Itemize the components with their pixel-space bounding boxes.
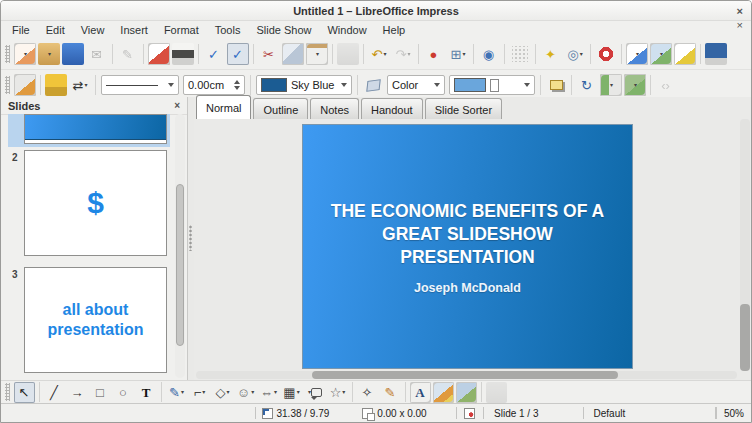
panel-close-icon[interactable]: × — [174, 100, 180, 111]
menu-item[interactable]: Slide Show — [248, 22, 319, 38]
fill-color-select[interactable] — [449, 75, 535, 95]
tab-outline[interactable]: Outline — [253, 98, 308, 119]
line-style-select[interactable] — [101, 75, 179, 95]
fontwork-icon[interactable]: A — [410, 382, 431, 403]
auto-spellcheck-icon[interactable]: ✓ — [227, 43, 249, 65]
toggle-3d-icon[interactable] — [486, 382, 507, 403]
scrollbar-thumb[interactable] — [740, 304, 750, 371]
points-icon[interactable]: ‹› — [655, 74, 677, 96]
shadow-icon[interactable] — [545, 74, 567, 96]
horizontal-scrollbar[interactable] — [196, 371, 737, 379]
menu-item[interactable]: Help — [375, 22, 414, 38]
slide-design-icon[interactable] — [674, 43, 696, 65]
start-presentation-icon[interactable] — [705, 43, 727, 65]
document-close-icon[interactable]: × — [737, 20, 743, 31]
stars-icon[interactable]: ☆ ▾ — [327, 382, 348, 403]
line-width-value[interactable]: 0.00cm — [188, 79, 231, 91]
undo-icon[interactable]: ↶ ▾ — [368, 43, 390, 65]
help-icon[interactable] — [595, 43, 617, 65]
menu-item[interactable]: Window — [319, 22, 374, 38]
rotate-icon[interactable]: ↻ — [576, 74, 598, 96]
connector-icon[interactable]: ⌐ ▾ — [189, 382, 210, 403]
zoom-level-field[interactable]: 50% — [717, 404, 751, 422]
slide-canvas[interactable]: THE ECONOMIC BENEFITS OF A GREAT SLIDESH… — [302, 124, 633, 369]
tab-slide-sorter[interactable]: Slide Sorter — [425, 98, 502, 119]
rectangle-icon[interactable]: □ — [90, 382, 111, 403]
page-style-field[interactable]: Default — [584, 404, 716, 422]
spin-up-icon[interactable] — [234, 80, 240, 84]
spellcheck-icon[interactable]: ✓ — [203, 43, 225, 65]
save-icon[interactable] — [62, 43, 84, 65]
slide-subtitle-text[interactable]: Joseph McDonald — [323, 281, 612, 295]
callouts-icon[interactable]: ▾ — [304, 382, 325, 403]
toolbar-grip[interactable] — [5, 76, 10, 94]
flowchart-icon[interactable]: ▦ ▾ — [281, 382, 302, 403]
cut-icon[interactable]: ✂ — [258, 43, 280, 65]
chart-icon[interactable]: ● — [423, 43, 445, 65]
redo-icon[interactable]: ↷ ▾ — [392, 43, 414, 65]
slide-thumbnail-3[interactable]: all about presentation — [24, 267, 167, 373]
curve-icon[interactable]: ✎ ▾ — [166, 382, 187, 403]
insert-image-icon[interactable] — [433, 382, 454, 403]
fill-style-select[interactable]: Color — [387, 75, 445, 95]
slide-thumbnail-1-selected[interactable] — [8, 114, 170, 147]
edit-file-icon[interactable]: ✎ — [117, 43, 139, 65]
select-arrow-icon[interactable]: ↖ — [14, 382, 35, 403]
gallery-icon[interactable] — [456, 382, 477, 403]
spray-can-icon[interactable] — [45, 74, 67, 96]
tab-handout[interactable]: Handout — [361, 98, 423, 119]
slide-thumbnail-2[interactable]: $ — [24, 150, 167, 256]
line-icon[interactable]: ╱ — [44, 382, 65, 403]
edit-points-icon[interactable]: ✧ — [357, 382, 378, 403]
table-icon[interactable]: ⊞ ▾ — [447, 43, 469, 65]
line-color-select[interactable]: Sky Blue — [256, 75, 352, 95]
open-folder-icon[interactable]: ▾ — [38, 43, 60, 65]
copy-icon[interactable] — [282, 43, 304, 65]
menu-item[interactable]: Tools — [207, 22, 249, 38]
email-icon[interactable]: ✉ — [86, 43, 108, 65]
glue-points-icon[interactable]: ✎ — [380, 382, 401, 403]
paint-bucket-icon[interactable] — [362, 74, 384, 96]
toolbar-grip[interactable] — [5, 45, 10, 63]
text-box-icon[interactable]: T — [136, 382, 157, 403]
new-document-icon[interactable]: ▾ — [14, 43, 36, 65]
ellipse-icon[interactable]: ○ — [113, 382, 134, 403]
block-arrows-icon[interactable]: ⇔ ▾ — [258, 382, 279, 403]
document-modified-field[interactable] — [457, 404, 483, 422]
slide-layout-icon[interactable]: ▾ — [650, 43, 672, 65]
vertical-scrollbar[interactable] — [740, 119, 750, 369]
display-grid-icon[interactable] — [509, 43, 531, 65]
print-icon[interactable] — [172, 43, 194, 65]
slide-thumbnail-1[interactable] — [24, 114, 167, 144]
menu-item[interactable]: Format — [156, 22, 207, 38]
menu-item[interactable]: File — [4, 22, 38, 38]
line-width-spinner[interactable]: 0.00cm — [183, 75, 245, 95]
align-icon[interactable]: ▾ — [600, 74, 622, 96]
menu-item[interactable]: View — [73, 22, 113, 38]
window-close-icon[interactable]: × — [737, 5, 743, 16]
tab-normal[interactable]: Normal — [196, 95, 251, 119]
menu-item[interactable]: Insert — [112, 22, 156, 38]
new-slide-icon[interactable]: ▾ — [626, 43, 648, 65]
menu-item[interactable]: Edit — [38, 22, 73, 38]
arrow-icon[interactable]: → — [67, 382, 88, 403]
slide-title-text[interactable]: THE ECONOMIC BENEFITS OF A GREAT SLIDESH… — [323, 200, 612, 268]
toolbar-grip[interactable] — [5, 383, 10, 401]
navigator-icon[interactable]: ✦ — [540, 43, 562, 65]
zoom-icon[interactable]: ◎ ▾ — [564, 43, 586, 65]
arrange-icon[interactable]: ▾ — [624, 74, 646, 96]
paste-icon[interactable]: ▾ — [306, 43, 328, 65]
spinner-buttons[interactable] — [234, 80, 240, 90]
symbol-shapes-icon[interactable]: ☺ ▾ — [235, 382, 256, 403]
slide-number-field[interactable]: Slide 1 / 3 — [484, 404, 583, 422]
spin-down-icon[interactable] — [234, 86, 240, 90]
hyperlink-icon[interactable]: ◉ — [478, 43, 500, 65]
export-pdf-icon[interactable] — [148, 43, 170, 65]
clone-formatting-icon[interactable] — [337, 43, 359, 65]
arrow-style-icon[interactable]: ⇄ ▾ — [69, 74, 91, 96]
styles-window-icon[interactable] — [14, 74, 36, 96]
slides-panel-scrollbar[interactable] — [175, 114, 185, 378]
tab-notes[interactable]: Notes — [310, 98, 359, 119]
basic-shapes-icon[interactable]: ◇ ▾ — [212, 382, 233, 403]
scrollbar-thumb[interactable] — [176, 184, 184, 346]
